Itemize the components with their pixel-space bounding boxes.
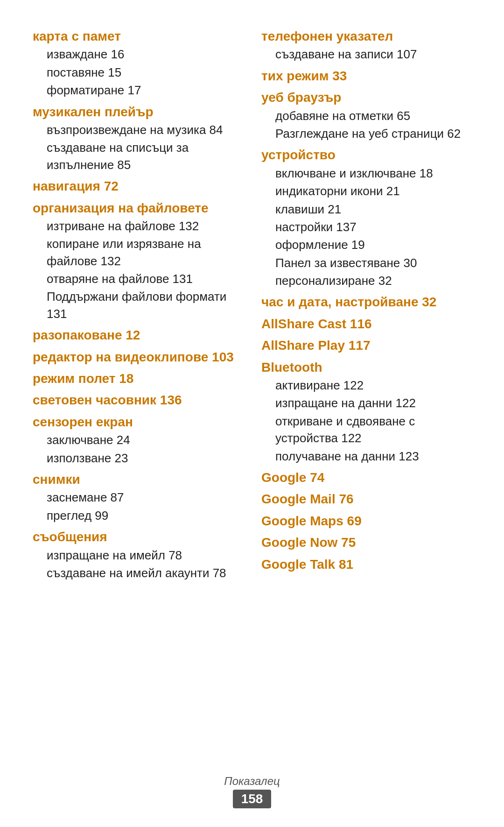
index-sub-entry: добавяне на отметки 65 bbox=[261, 107, 471, 124]
index-entry: тих режим 33 bbox=[261, 68, 471, 85]
index-sub-entry: откриване и сдвояване с устройства 122 bbox=[261, 413, 471, 447]
index-heading: Google Maps 69 bbox=[261, 513, 471, 530]
footer-label: Показалец bbox=[0, 775, 504, 788]
index-heading: AllShare Play 117 bbox=[261, 337, 471, 354]
index-sub-entry: оформление 19 bbox=[261, 236, 471, 253]
index-sub-entry: клавиши 21 bbox=[261, 201, 471, 218]
index-heading: разопаковане 12 bbox=[33, 327, 243, 344]
index-sub-entry: поставяне 15 bbox=[33, 64, 243, 81]
index-heading: Google Mail 76 bbox=[261, 491, 471, 508]
index-sub-entry: заключване 24 bbox=[33, 431, 243, 448]
index-sub-entry: изтриване на файлове 132 bbox=[33, 218, 243, 234]
index-entry: снимкизаснемане 87преглед 99 bbox=[33, 471, 243, 524]
index-sub-entry: създаване на имейл акаунти 78 bbox=[33, 565, 243, 581]
index-heading: сензорен екран bbox=[33, 414, 243, 431]
index-entry: режим полет 18 bbox=[33, 370, 243, 387]
index-sub-entry: Панел за известяване 30 bbox=[261, 254, 471, 271]
index-entry: Google Talk 81 bbox=[261, 556, 471, 573]
index-sub-entry: изпращане на имейл 78 bbox=[33, 547, 243, 564]
index-heading: Google Now 75 bbox=[261, 534, 471, 551]
index-entry: телефонен указателсъздаване на записи 10… bbox=[261, 28, 471, 63]
index-sub-entry: форматиране 17 bbox=[33, 82, 243, 99]
index-heading: редактор на видеоклипове 103 bbox=[33, 349, 243, 366]
index-sub-entry: включване и изключване 18 bbox=[261, 165, 471, 182]
index-entry: Google 74 bbox=[261, 469, 471, 486]
index-sub-entry: персонализиране 32 bbox=[261, 272, 471, 289]
index-sub-entry: изпращане на данни 122 bbox=[261, 395, 471, 411]
index-entry: съобщенияизпращане на имейл 78създаване … bbox=[33, 529, 243, 581]
index-heading: уеб браузър bbox=[261, 89, 471, 106]
footer: Показалец 158 bbox=[0, 775, 504, 808]
index-sub-entry: Поддържани файлови формати 131 bbox=[33, 288, 243, 322]
index-sub-entry: заснемане 87 bbox=[33, 489, 243, 506]
index-sub-entry: получаване на данни 123 bbox=[261, 448, 471, 465]
index-entry: разопаковане 12 bbox=[33, 327, 243, 344]
index-heading: устройство bbox=[261, 147, 471, 163]
index-heading: тих режим 33 bbox=[261, 68, 471, 85]
index-entry: световен часовник 136 bbox=[33, 392, 243, 409]
index-heading: организация на файловете bbox=[33, 200, 243, 217]
index-heading: Google Talk 81 bbox=[261, 556, 471, 573]
index-entry: час и дата, настройване 32 bbox=[261, 294, 471, 311]
index-sub-entry: активиране 122 bbox=[261, 377, 471, 394]
index-heading: Google 74 bbox=[261, 469, 471, 486]
index-sub-entry: преглед 99 bbox=[33, 507, 243, 524]
index-heading: AllShare Cast 116 bbox=[261, 316, 471, 332]
index-entry: Google Mail 76 bbox=[261, 491, 471, 508]
index-entry: уеб браузърдобавяне на отметки 65Разглеж… bbox=[261, 89, 471, 142]
index-sub-entry: настройки 137 bbox=[261, 219, 471, 235]
index-entry: организация на файловетеизтриване на фай… bbox=[33, 200, 243, 323]
index-sub-entry: използване 23 bbox=[33, 450, 243, 467]
index-heading: музикален плейър bbox=[33, 104, 243, 120]
right-column: телефонен указателсъздаване на записи 10… bbox=[261, 28, 471, 586]
index-entry: Google Maps 69 bbox=[261, 513, 471, 530]
index-heading: навигация 72 bbox=[33, 178, 243, 195]
index-heading: режим полет 18 bbox=[33, 370, 243, 387]
index-entry: сензорен екранзаключване 24използване 23 bbox=[33, 414, 243, 467]
index-sub-entry: създаване на записи 107 bbox=[261, 46, 471, 63]
index-heading: Bluetooth bbox=[261, 359, 471, 376]
index-heading: карта с памет bbox=[33, 28, 243, 45]
index-sub-entry: копиране или изрязване на файлове 132 bbox=[33, 235, 243, 269]
main-content: карта с паметизваждане 16поставяне 15фор… bbox=[33, 28, 471, 586]
footer-page: 158 bbox=[233, 790, 272, 808]
index-entry: навигация 72 bbox=[33, 178, 243, 195]
left-column: карта с паметизваждане 16поставяне 15фор… bbox=[33, 28, 243, 586]
index-sub-entry: изваждане 16 bbox=[33, 46, 243, 63]
index-sub-entry: Разглеждане на уеб страници 62 bbox=[261, 125, 471, 142]
index-entry: устройствовключване и изключване 18индик… bbox=[261, 147, 471, 289]
index-entry: Google Now 75 bbox=[261, 534, 471, 551]
index-entry: карта с паметизваждане 16поставяне 15фор… bbox=[33, 28, 243, 99]
index-entry: AllShare Cast 116 bbox=[261, 316, 471, 332]
index-heading: съобщения bbox=[33, 529, 243, 545]
index-heading: световен часовник 136 bbox=[33, 392, 243, 409]
index-heading: телефонен указател bbox=[261, 28, 471, 45]
index-heading: снимки bbox=[33, 471, 243, 488]
index-sub-entry: отваряне на файлове 131 bbox=[33, 270, 243, 287]
index-entry: редактор на видеоклипове 103 bbox=[33, 349, 243, 366]
index-sub-entry: създаване на списъци за изпълнение 85 bbox=[33, 139, 243, 173]
index-heading: час и дата, настройване 32 bbox=[261, 294, 471, 311]
index-entry: музикален плейървъзпроизвеждане на музик… bbox=[33, 104, 243, 174]
index-entry: AllShare Play 117 bbox=[261, 337, 471, 354]
index-sub-entry: възпроизвеждане на музика 84 bbox=[33, 121, 243, 138]
index-entry: Bluetoothактивиране 122изпращане на данн… bbox=[261, 359, 471, 465]
index-sub-entry: индикаторни икони 21 bbox=[261, 183, 471, 199]
